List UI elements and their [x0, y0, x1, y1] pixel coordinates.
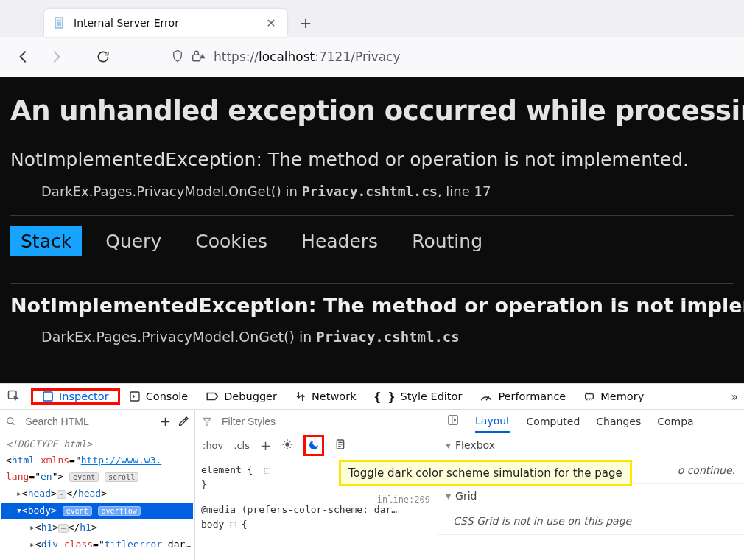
- url-box[interactable]: https://localhost:7121/Privacy: [164, 43, 729, 70]
- dom-div[interactable]: ▸ <div class="titleerror dar…: [1, 536, 193, 553]
- pick-element-button[interactable]: [0, 384, 28, 409]
- svg-line-25: [284, 447, 284, 447]
- stack-frame: DarkEx.Pages.PrivacyModel.OnGet() in Pri…: [10, 183, 734, 199]
- reload-button[interactable]: [94, 48, 112, 66]
- tab-label: Inspector: [59, 391, 109, 402]
- dom-panel: + <!DOCTYPE html> <html xmlns="http://ww…: [0, 410, 195, 560]
- add-node-button[interactable]: +: [158, 414, 172, 429]
- tab-query[interactable]: Query: [95, 226, 172, 256]
- svg-rect-6: [43, 392, 52, 401]
- stack2-prefix: DarkEx.Pages.PrivacyModel.OnGet() in: [41, 329, 316, 345]
- tab-title: Internal Server Error: [74, 17, 256, 29]
- svg-line-17: [13, 422, 15, 424]
- devtools-tab-debugger[interactable]: Debugger: [197, 384, 286, 409]
- divider: [10, 215, 734, 216]
- url-protocol: https://: [214, 49, 259, 64]
- divider: [10, 283, 734, 284]
- address-bar: https://localhost:7121/Privacy: [0, 37, 744, 77]
- right-tab-changes[interactable]: Changes: [596, 416, 641, 427]
- tab-headers[interactable]: Headers: [291, 226, 388, 256]
- devtools-tab-console[interactable]: Console: [120, 384, 197, 409]
- hov-button[interactable]: :hov: [203, 440, 223, 451]
- forward-button[interactable]: [47, 48, 65, 66]
- devtools-body: + <!DOCTYPE html> <html xmlns="http://ww…: [0, 410, 744, 560]
- filter-styles-input[interactable]: [219, 416, 433, 427]
- exception-summary: NotImplementedException: The method or o…: [10, 149, 734, 170]
- dom-html-lang[interactable]: lang="en"> event scroll: [1, 469, 193, 486]
- overflow-button[interactable]: »: [725, 390, 744, 404]
- right-tab-compat[interactable]: Compa: [657, 416, 693, 427]
- devtools-tab-inspector[interactable]: Inspector: [33, 391, 118, 402]
- right-tabs: Layout Computed Changes Compa: [438, 410, 744, 433]
- dom-h1[interactable]: ▸ <h1>⋯</h1>: [1, 519, 193, 536]
- styles-panel: :hov .cls + element { ⬚ } inline:209 @me…: [195, 410, 438, 560]
- section-title: Flexbox: [455, 439, 495, 451]
- chevron-down-icon: ▾: [446, 439, 451, 451]
- devtools-tab-style-editor[interactable]: { } Style Editor: [365, 384, 471, 409]
- filter-icon: [200, 414, 214, 429]
- dom-body-selected[interactable]: ▾ <body> event overflow: [1, 503, 193, 519]
- flexbox-header[interactable]: ▾ Flexbox: [438, 433, 744, 457]
- lock-warning-icon: [192, 49, 206, 65]
- devtools-tab-performance[interactable]: Performance: [471, 384, 575, 409]
- inspector-highlight: Inspector: [31, 388, 120, 405]
- tab-label: Debugger: [224, 391, 277, 402]
- devtools-toolbar: Inspector Console Debugger Network { } S…: [0, 383, 744, 410]
- dom-html[interactable]: <html xmlns="http://www.w3.: [1, 452, 193, 469]
- stack-prefix: DarkEx.Pages.PrivacyModel.OnGet() in: [41, 183, 302, 199]
- inline-source-label[interactable]: inline:209: [377, 492, 430, 507]
- tab-routing[interactable]: Routing: [401, 226, 493, 256]
- svg-line-24: [289, 447, 290, 447]
- exception-title: NotImplementedException: The method or o…: [10, 294, 734, 317]
- dom-search-row: +: [0, 410, 194, 433]
- devtools-tab-network[interactable]: Network: [286, 384, 365, 409]
- svg-rect-9: [586, 394, 594, 399]
- new-tab-button[interactable]: +: [292, 9, 320, 37]
- browser-tab[interactable]: Internal Server Error ✕: [44, 9, 287, 37]
- tab-label: Memory: [600, 391, 644, 402]
- grid-header[interactable]: ▾ Grid: [438, 484, 744, 508]
- page-icon: [53, 16, 66, 29]
- devtools-tab-memory[interactable]: Memory: [575, 384, 653, 409]
- stack-frame-2: DarkEx.Pages.PrivacyModel.OnGet() in Pri…: [10, 329, 734, 345]
- search-html-input[interactable]: [22, 416, 154, 427]
- stack-file: Privacy.cshtml.cs: [302, 183, 438, 199]
- dom-head[interactable]: ▸ <head>⋯</head>: [1, 486, 193, 503]
- svg-point-18: [285, 442, 289, 446]
- tab-label: Console: [146, 391, 189, 402]
- search-icon: [4, 414, 18, 429]
- grid-body: CSS Grid is not in use on this page: [438, 508, 744, 534]
- print-sim-button[interactable]: [334, 438, 346, 452]
- close-tab-icon[interactable]: ✕: [264, 16, 278, 30]
- page-content: An unhandled exception occurred while pr…: [0, 77, 744, 383]
- cls-button[interactable]: .cls: [234, 440, 250, 451]
- tab-label: Network: [312, 391, 357, 402]
- section-title: Grid: [455, 490, 477, 502]
- shield-icon: [171, 49, 184, 65]
- dom-doctype[interactable]: <!DOCTYPE html>: [1, 436, 193, 452]
- dark-scheme-button[interactable]: [306, 438, 321, 452]
- error-tabs: Stack Query Cookies Headers Routing: [10, 226, 734, 256]
- light-scheme-button[interactable]: [281, 438, 293, 452]
- tab-stack[interactable]: Stack: [10, 226, 82, 256]
- tab-cookies[interactable]: Cookies: [185, 226, 278, 256]
- page-heading: An unhandled exception occurred while pr…: [10, 95, 734, 127]
- add-rule-button[interactable]: +: [260, 438, 271, 453]
- right-tab-computed[interactable]: Computed: [527, 416, 580, 427]
- svg-rect-4: [193, 55, 200, 60]
- toggle-sidebar-icon[interactable]: [447, 414, 459, 428]
- svg-line-23: [284, 441, 284, 441]
- url-port: :7121: [315, 49, 351, 64]
- back-button[interactable]: [15, 48, 32, 66]
- eyedropper-button[interactable]: [177, 414, 190, 429]
- tab-label: Performance: [498, 391, 566, 402]
- dom-tree[interactable]: <!DOCTYPE html> <html xmlns="http://www.…: [0, 433, 194, 556]
- grid-section: ▾ Grid CSS Grid is not in use on this pa…: [438, 484, 744, 535]
- filter-row: [195, 410, 438, 433]
- browser-tab-bar: Internal Server Error ✕ +: [0, 0, 744, 37]
- right-tab-layout[interactable]: Layout: [475, 410, 510, 433]
- styles-toolbar: :hov .cls +: [195, 433, 438, 458]
- stack-line: , line 17: [438, 183, 491, 199]
- stack2-file: Privacy.cshtml.cs: [316, 329, 459, 345]
- dark-scheme-highlight: [303, 435, 324, 456]
